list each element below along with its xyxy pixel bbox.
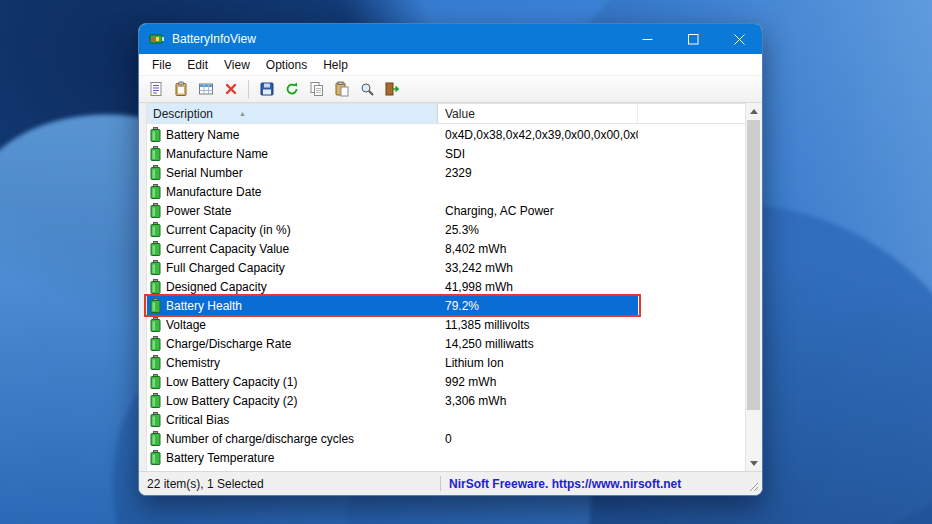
menu-edit[interactable]: Edit [179, 56, 216, 74]
list-row[interactable]: Designed Capacity 41,998 mWh [147, 277, 638, 296]
toolbar [139, 76, 762, 103]
copy-icon [309, 81, 325, 97]
menu-file[interactable]: File [144, 56, 179, 74]
close-icon [734, 34, 745, 45]
row-value: 41,998 mWh [438, 280, 638, 294]
row-value: 79.2% [438, 299, 638, 313]
battery-icon [150, 412, 161, 427]
row-value: 8,402 mWh [438, 242, 638, 256]
battery-icon [150, 127, 161, 142]
toolbar-refresh-button[interactable] [280, 78, 303, 101]
row-description: Designed Capacity [166, 280, 438, 294]
list-row[interactable]: Battery Name 0x4D,0x38,0x42,0x39,0x00,0x… [147, 125, 638, 144]
minimize-icon [642, 34, 653, 45]
row-description: Low Battery Capacity (1) [166, 375, 438, 389]
list-row[interactable]: Chemistry Lithium Ion [147, 353, 638, 372]
menu-help[interactable]: Help [315, 56, 356, 74]
nirsoft-link[interactable]: NirSoft Freeware. https://www.nirsoft.ne… [449, 477, 681, 491]
row-value: 0 [438, 432, 638, 446]
toolbar-exit-button[interactable] [380, 78, 403, 101]
battery-info-list: Description ▲ Value Battery Name 0x4D,0x… [146, 103, 745, 471]
list-row[interactable]: Low Battery Capacity (2) 3,306 mWh [147, 391, 638, 410]
row-value: SDI [438, 147, 638, 161]
list-row[interactable]: Charge/Discharge Rate 14,250 milliwatts [147, 334, 638, 353]
toolbar-paste-button[interactable] [330, 78, 353, 101]
battery-icon [150, 184, 161, 199]
list-row[interactable]: Manufacture Date [147, 182, 638, 201]
row-description: Low Battery Capacity (2) [166, 394, 438, 408]
row-description: Manufacture Date [166, 185, 438, 199]
battery-icon [150, 431, 161, 446]
battery-icon [150, 260, 161, 275]
row-value: 992 mWh [438, 375, 638, 389]
toolbar-report-button[interactable] [144, 78, 167, 101]
scroll-down-button[interactable] [746, 455, 761, 471]
table-icon [198, 81, 214, 97]
list-row[interactable]: Number of charge/discharge cycles 0 [147, 429, 638, 448]
row-value: Lithium Ion [438, 356, 638, 370]
window-title: BatteryInfoView [172, 32, 256, 46]
battery-icon [150, 279, 161, 294]
maximize-button[interactable] [670, 24, 716, 54]
battery-icon [150, 241, 161, 256]
list-row[interactable]: Critical Bias [147, 410, 638, 429]
resize-grip[interactable] [748, 481, 759, 492]
scrollbar-thumb[interactable] [747, 120, 760, 410]
row-description: Critical Bias [166, 413, 438, 427]
refresh-icon [284, 81, 300, 97]
toolbar-find-button[interactable] [355, 78, 378, 101]
row-value: 14,250 milliwatts [438, 337, 638, 351]
row-value: 0x4D,0x38,0x42,0x39,0x00,0x00,0x00 [438, 128, 638, 142]
list-row[interactable]: Current Capacity Value 8,402 mWh [147, 239, 638, 258]
toolbar-save-button[interactable] [255, 78, 278, 101]
list-row[interactable]: Serial Number 2329 [147, 163, 638, 182]
list-row[interactable]: Low Battery Capacity (1) 992 mWh [147, 372, 638, 391]
row-description: Current Capacity (in %) [166, 223, 438, 237]
list-row[interactable]: Current Capacity (in %) 25.3% [147, 220, 638, 239]
scroll-up-icon [750, 109, 758, 114]
window-client-area: Description ▲ Value Battery Name 0x4D,0x… [139, 103, 762, 471]
minimize-button[interactable] [624, 24, 670, 54]
battery-icon [150, 355, 161, 370]
scroll-down-icon [750, 461, 758, 466]
delete-icon [223, 81, 239, 97]
battery-icon [150, 165, 161, 180]
status-bar: 22 item(s), 1 Selected NirSoft Freeware.… [139, 471, 762, 495]
battery-icon [150, 222, 161, 237]
toolbar-clipboard-button[interactable] [169, 78, 192, 101]
list-row[interactable]: Voltage 11,385 millivolts [147, 315, 638, 334]
row-value: 3,306 mWh [438, 394, 638, 408]
row-description: Charge/Discharge Rate [166, 337, 438, 351]
row-description: Battery Name [166, 128, 438, 142]
toolbar-delete-button[interactable] [219, 78, 242, 101]
battery-icon [150, 298, 161, 313]
toolbar-table-button[interactable] [194, 78, 217, 101]
battery-icon [150, 393, 161, 408]
list-row[interactable]: Manufacture Name SDI [147, 144, 638, 163]
battery-icon [150, 146, 161, 161]
title-bar[interactable]: BatteryInfoView [139, 24, 762, 54]
row-description: Manufacture Name [166, 147, 438, 161]
toolbar-copy-button[interactable] [305, 78, 328, 101]
scroll-up-button[interactable] [746, 103, 761, 119]
list-row[interactable]: Battery Temperature [147, 448, 638, 467]
vertical-scrollbar[interactable] [745, 103, 761, 471]
status-separator [440, 476, 441, 491]
list-row[interactable]: Full Charged Capacity 33,242 mWh [147, 258, 638, 277]
app-icon[interactable] [149, 31, 165, 47]
column-header-value[interactable]: Value [438, 104, 638, 123]
toolbar-separator [248, 80, 249, 98]
row-value: 2329 [438, 166, 638, 180]
list-row[interactable]: Battery Health 79.2% [147, 296, 638, 315]
column-header-description[interactable]: Description ▲ [147, 104, 438, 123]
row-description: Full Charged Capacity [166, 261, 438, 275]
menu-view[interactable]: View [216, 56, 258, 74]
battery-icon [150, 317, 161, 332]
clipboard-icon [173, 81, 189, 97]
list-rows: Battery Name 0x4D,0x38,0x42,0x39,0x00,0x… [147, 124, 745, 471]
close-button[interactable] [716, 24, 762, 54]
menu-options[interactable]: Options [258, 56, 315, 74]
find-icon [359, 81, 375, 97]
list-row[interactable]: Power State Charging, AC Power [147, 201, 638, 220]
sort-ascending-icon: ▲ [239, 110, 246, 117]
